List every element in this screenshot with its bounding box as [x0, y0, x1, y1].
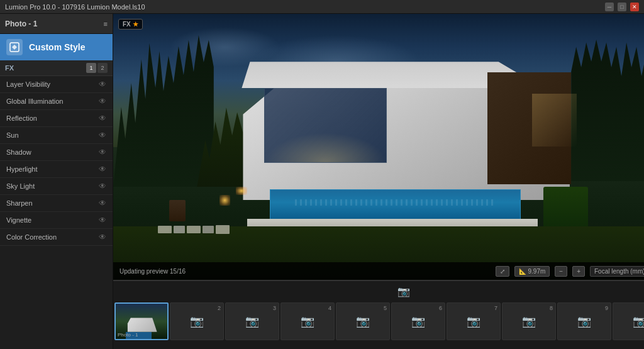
thumbnail-6[interactable]: 6 📷: [391, 302, 445, 340]
panel-header: Photo - 1 ≡: [0, 14, 113, 34]
fx-item-sky-light[interactable]: Sky Light 👁: [0, 178, 113, 195]
fx-item-color-correction[interactable]: Color Correction 👁: [0, 229, 113, 246]
thumbnail-7[interactable]: 7 📷: [447, 302, 501, 340]
custom-style-banner[interactable]: Custom Style: [0, 34, 113, 60]
thumbnail-1[interactable]: Photo - 1: [114, 302, 169, 340]
fx-item-vignette[interactable]: Vignette 👁: [0, 212, 113, 229]
fx-badge[interactable]: FX ★: [118, 19, 143, 30]
fx-item-sun[interactable]: Sun 👁: [0, 127, 113, 144]
fx-tab-2[interactable]: 2: [97, 63, 108, 73]
panel-title: Photo - 1: [5, 19, 37, 28]
fx-item-sharpen[interactable]: Sharpen 👁: [0, 195, 113, 212]
fx-item-reflection[interactable]: Reflection 👁: [0, 110, 113, 127]
bottom-controls: ⤢ 📐 9.97m − + Focal lengt: [496, 266, 644, 277]
add-photo-button[interactable]: 📷: [394, 284, 413, 299]
thumbnail-9[interactable]: 9 📷: [557, 302, 611, 340]
bottom-strip: 📷 Photo - 1 2 📷 3 📷: [113, 280, 644, 349]
thumbnail-4[interactable]: 4 📷: [280, 302, 335, 340]
thumbnail-8[interactable]: 8 📷: [502, 302, 556, 340]
visibility-icon[interactable]: 👁: [99, 199, 106, 208]
filmstrip-area: Photo - 1 2 📷 3 📷 4 📷 5 📷 6 📷 7 📷 8: [113, 301, 644, 349]
distance-minus[interactable]: −: [555, 266, 567, 277]
window-controls: ─ □ ✕: [605, 3, 639, 11]
fx-items-list: Layer Visibility 👁 Global Illumination 👁…: [0, 76, 113, 349]
viewport-wrapper: F11 F8: [113, 14, 644, 280]
left-panel: Photo - 1 ≡ Custom Style FX 1 2 Layer Vi…: [0, 14, 113, 349]
thumbnail-3[interactable]: 3 📷: [225, 302, 279, 340]
title-bar-text: Lumion Pro 10.0 - 107916 Lumion Model.ls…: [5, 3, 145, 11]
custom-style-label: Custom Style: [29, 42, 85, 52]
title-bar: Lumion Pro 10.0 - 107916 Lumion Model.ls…: [0, 0, 644, 14]
visibility-icon[interactable]: 👁: [99, 216, 106, 224]
fx-tab-1[interactable]: 1: [86, 63, 96, 73]
arch-scene: [113, 14, 644, 280]
visibility-icon[interactable]: 👁: [99, 114, 106, 123]
focal-length-input[interactable]: Focal length (mm): [590, 266, 644, 277]
fx-item-global-illumination[interactable]: Global Illumination 👁: [0, 93, 113, 110]
move-control[interactable]: ⤢: [496, 266, 509, 277]
fx-item-layer-visibility[interactable]: Layer Visibility 👁: [0, 76, 113, 93]
distance-plus[interactable]: +: [572, 266, 585, 277]
update-status: Updating preview 15/16: [119, 268, 186, 275]
thumbnail-2[interactable]: 2 📷: [170, 302, 224, 340]
style-icon: [6, 39, 23, 55]
minimize-button[interactable]: ─: [605, 3, 614, 11]
right-area: F11 F8: [113, 14, 644, 349]
fx-item-shadow[interactable]: Shadow 👁: [0, 144, 113, 161]
maximize-button[interactable]: □: [618, 3, 626, 11]
visibility-icon[interactable]: 👁: [99, 165, 106, 174]
visibility-icon[interactable]: 👁: [99, 182, 106, 191]
visibility-icon[interactable]: 👁: [99, 80, 106, 89]
fx-item-hyperlight[interactable]: Hyperlight 👁: [0, 161, 113, 178]
main-layout: Photo - 1 ≡ Custom Style FX 1 2 Layer Vi…: [0, 14, 644, 349]
distance-control[interactable]: 📐 9.97m: [514, 266, 550, 277]
thumbnail-10[interactable]: 10 📷: [613, 302, 644, 340]
fx-tabs: 1 2: [86, 63, 108, 73]
visibility-icon[interactable]: 👁: [99, 148, 106, 157]
viewport[interactable]: FX ★ 1 Updating preview 15/16 ⤢ 📐: [113, 14, 644, 280]
fx-section: FX 1 2: [0, 60, 113, 76]
fx-label: FX: [5, 64, 14, 72]
camera-row: 📷: [113, 281, 644, 301]
viewport-statusbar: Updating preview 15/16 ⤢ 📐 9.97m −: [113, 262, 644, 280]
filmstrip-container: Photo - 1 2 📷 3 📷 4 📷 5 📷 6 📷 7 📷 8: [113, 301, 644, 349]
panel-menu-icon[interactable]: ≡: [104, 20, 108, 28]
thumbnail-5[interactable]: 5 📷: [336, 302, 390, 340]
visibility-icon[interactable]: 👁: [99, 131, 106, 140]
visibility-icon[interactable]: 👁: [99, 233, 106, 241]
visibility-icon[interactable]: 👁: [99, 97, 106, 106]
close-button[interactable]: ✕: [630, 3, 639, 11]
